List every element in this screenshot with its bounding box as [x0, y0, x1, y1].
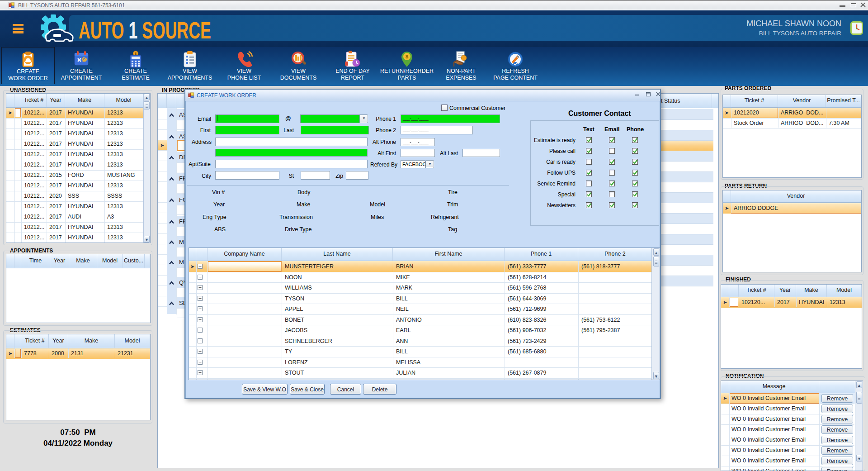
svg-text:$: $ — [406, 54, 408, 59]
